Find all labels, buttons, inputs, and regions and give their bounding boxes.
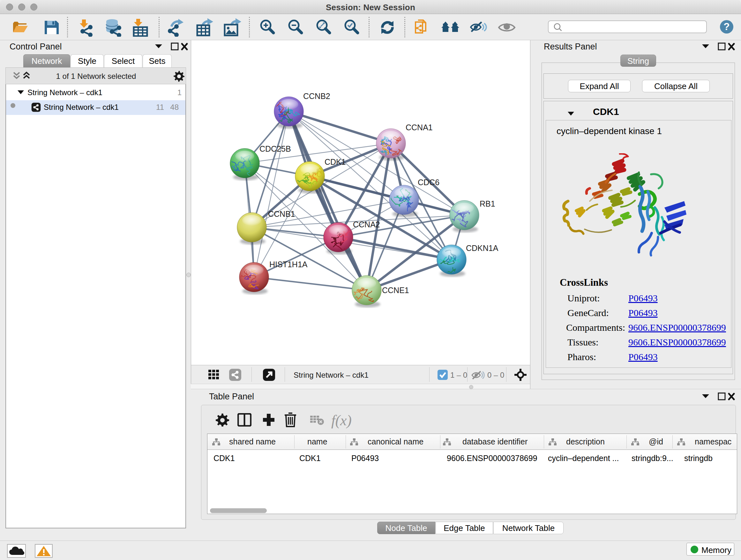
- svg-text:RB1: RB1: [480, 199, 495, 208]
- svg-text:CCNA1: CCNA1: [406, 123, 433, 132]
- svg-text:CCNE1: CCNE1: [382, 286, 409, 295]
- svg-text:CCNB2: CCNB2: [303, 91, 330, 101]
- svg-text:HIST1H1A: HIST1H1A: [269, 260, 308, 269]
- svg-text:CDKN1A: CDKN1A: [466, 244, 498, 253]
- svg-text:CCNB1: CCNB1: [268, 209, 295, 219]
- svg-text:CDC25B: CDC25B: [259, 144, 291, 153]
- svg-text:CDC6: CDC6: [418, 178, 440, 187]
- svg-text:CCNA2: CCNA2: [353, 220, 380, 229]
- svg-text:CDK1: CDK1: [325, 158, 346, 166]
